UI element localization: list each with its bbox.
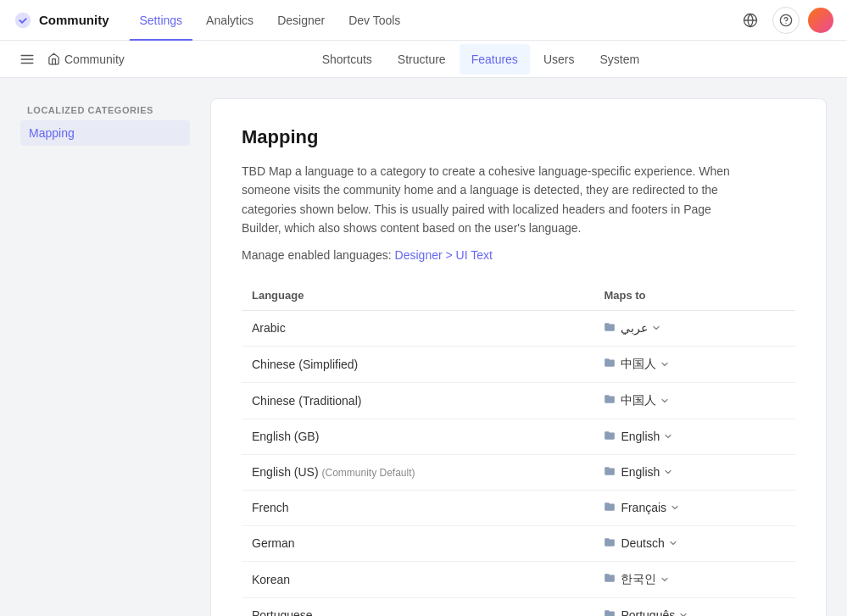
language-cell: English (GB) — [242, 419, 593, 454]
table-row: Chinese (Simplified)中国人 — [242, 346, 795, 382]
card-description: TBD Map a language to a category to crea… — [242, 162, 733, 238]
language-cell: Portuguese — [242, 597, 593, 616]
table-row: Korean한국인 — [242, 561, 795, 597]
hamburger-icon — [20, 52, 35, 67]
maps-to-value: Deutsch — [621, 536, 664, 550]
chevron-down-icon — [663, 467, 673, 477]
dropdown-value[interactable]: English — [621, 465, 673, 479]
maps-to-cell: Português — [593, 597, 795, 616]
card-title: Mapping — [242, 126, 795, 148]
main-content: Localized Categories Mapping Mapping TBD… — [0, 78, 847, 616]
dropdown-value[interactable]: English — [621, 430, 673, 443]
folder-icon — [604, 536, 616, 551]
maps-to-cell: 中国人 — [593, 346, 795, 382]
chevron-down-icon — [663, 431, 673, 441]
brand[interactable]: Community — [14, 11, 109, 30]
chevron-down-icon — [670, 502, 680, 513]
language-cell: German — [242, 525, 593, 561]
maps-to-value: Português — [621, 608, 675, 616]
breadcrumb-label: Community — [64, 53, 125, 66]
maps-to-cell: Français — [593, 490, 795, 525]
maps-to-value: عربي — [621, 321, 648, 335]
folder-icon — [604, 501, 616, 515]
help-button[interactable] — [772, 7, 800, 34]
folder-icon — [604, 465, 616, 480]
maps-to-value: 中国人 — [621, 393, 656, 408]
top-nav-right — [737, 7, 833, 34]
globe-icon — [743, 13, 758, 28]
maps-to-value: English — [621, 430, 660, 443]
chevron-down-icon — [660, 359, 670, 369]
sidebar: Localized Categories Mapping — [20, 98, 190, 616]
community-default-badge: (Community Default) — [321, 467, 415, 479]
sub-tab-features[interactable]: Features — [460, 44, 530, 75]
maps-to-cell: 中国人 — [593, 382, 795, 419]
help-icon — [779, 14, 793, 27]
table-row: English (GB)English — [242, 419, 795, 454]
col-language: Language — [242, 282, 593, 311]
tab-analytics[interactable]: Analytics — [196, 0, 264, 41]
dropdown-value[interactable]: عربي — [621, 321, 661, 335]
dropdown-value[interactable]: 中国人 — [621, 357, 670, 372]
language-cell: Chinese (Traditional) — [242, 382, 593, 419]
maps-to-value: 한국인 — [621, 572, 656, 587]
manage-link-prefix: Manage enabled languages: — [242, 248, 395, 262]
chevron-down-icon — [660, 574, 670, 585]
sub-tab-users[interactable]: Users — [532, 44, 587, 75]
folder-icon — [604, 321, 616, 336]
col-maps-to: Maps to — [593, 282, 795, 311]
table-row: GermanDeutsch — [242, 525, 795, 561]
maps-to-cell: English — [593, 419, 795, 454]
dropdown-value[interactable]: 中国人 — [621, 393, 670, 408]
globe-button[interactable] — [737, 7, 764, 34]
sidebar-section-label: Localized Categories — [20, 98, 190, 120]
maps-to-value: Français — [621, 501, 666, 514]
language-cell: English (US) (Community Default) — [242, 454, 593, 490]
hamburger-button[interactable] — [14, 46, 41, 73]
maps-to-cell: عربي — [593, 310, 795, 346]
maps-to-value: English — [621, 465, 660, 479]
brand-label: Community — [39, 13, 109, 27]
folder-icon — [604, 357, 616, 371]
mapping-table: Language Maps to ArabicعربيChinese (Simp… — [242, 282, 795, 616]
sub-tabs: Shortcuts Structure Features Users Syste… — [310, 44, 651, 75]
language-name: English (US) — [252, 465, 319, 479]
table-row: English (US) (Community Default)English — [242, 454, 795, 490]
language-cell: French — [242, 490, 593, 525]
dropdown-value[interactable]: 한국인 — [621, 572, 670, 587]
language-cell: Korean — [242, 561, 593, 597]
folder-icon — [604, 430, 616, 444]
language-cell: Arabic — [242, 310, 593, 346]
chevron-down-icon — [660, 396, 670, 406]
chevron-down-icon — [668, 538, 678, 548]
content-card: Mapping TBD Map a language to a category… — [210, 98, 827, 616]
home-icon — [47, 53, 60, 65]
sidebar-item-mapping[interactable]: Mapping — [20, 120, 190, 146]
table-row: Chinese (Traditional)中国人 — [242, 382, 795, 419]
top-nav-tabs: Settings Analytics Designer Dev Tools — [130, 0, 717, 41]
dropdown-value[interactable]: Português — [621, 608, 688, 616]
language-cell: Chinese (Simplified) — [242, 346, 593, 382]
tab-designer[interactable]: Designer — [267, 0, 335, 41]
table-row: Arabicعربي — [242, 310, 795, 346]
tab-dev-tools[interactable]: Dev Tools — [338, 0, 410, 41]
table-row: PortuguesePortuguês — [242, 597, 795, 616]
folder-icon — [604, 608, 616, 616]
dropdown-value[interactable]: Deutsch — [621, 536, 677, 550]
manage-link-row: Manage enabled languages: Designer > UI … — [242, 248, 795, 262]
dropdown-value[interactable]: Français — [621, 501, 680, 514]
sub-tab-structure[interactable]: Structure — [386, 44, 458, 75]
tab-settings[interactable]: Settings — [130, 0, 193, 41]
folder-icon — [604, 572, 616, 586]
folder-icon — [604, 393, 616, 408]
top-nav: Community Settings Analytics Designer De… — [0, 0, 847, 41]
chevron-down-icon — [651, 323, 661, 333]
sub-tab-shortcuts[interactable]: Shortcuts — [310, 44, 384, 75]
table-row: FrenchFrançais — [242, 490, 795, 525]
chevron-down-icon — [678, 610, 688, 616]
maps-to-cell: English — [593, 454, 795, 490]
sub-tab-system[interactable]: System — [588, 44, 651, 75]
manage-link[interactable]: Designer > UI Text — [395, 248, 493, 262]
avatar[interactable] — [808, 8, 833, 33]
breadcrumb[interactable]: Community — [47, 53, 125, 66]
